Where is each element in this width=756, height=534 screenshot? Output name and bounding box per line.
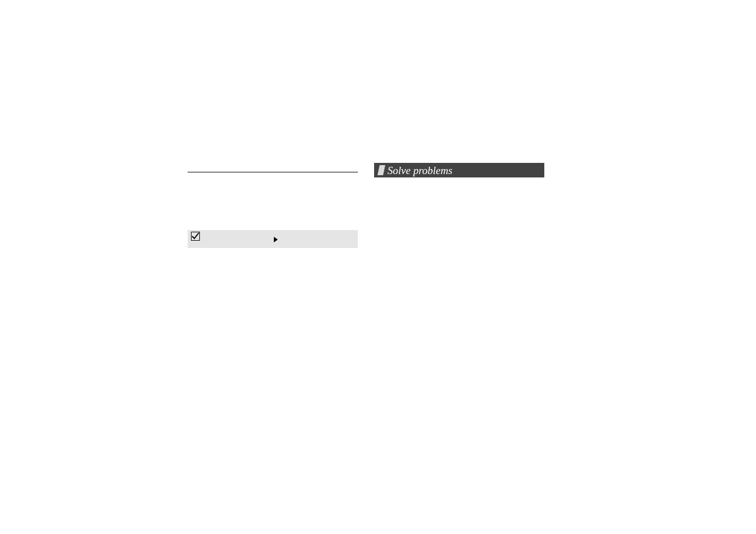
checkbox-checked-icon[interactable]	[191, 232, 200, 241]
section-banner: Solve problems	[374, 163, 544, 177]
divider-line	[188, 172, 358, 172]
checkbox-row	[188, 230, 358, 248]
banner-flag-icon	[377, 165, 385, 175]
play-triangle-icon[interactable]	[274, 237, 278, 242]
banner-title: Solve problems	[388, 165, 452, 176]
page-canvas: Solve problems	[0, 0, 756, 534]
